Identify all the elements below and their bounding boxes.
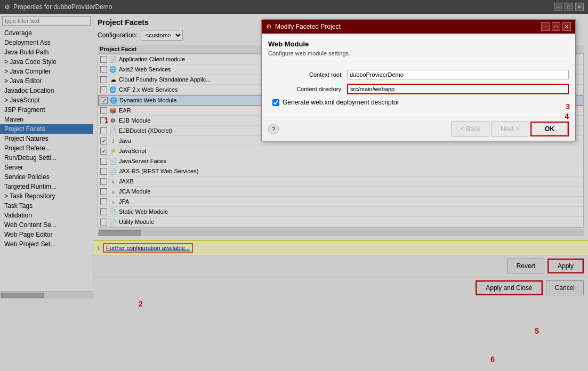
generate-xml-row: Generate web.xml deployment descriptor <box>268 99 569 106</box>
dialog-footer: ? < Back Next > OK <box>262 117 575 141</box>
next-button[interactable]: Next > <box>492 122 528 136</box>
dialog-subtitle: Configure web module settings. <box>268 50 569 61</box>
dialog-section-title: Web Module <box>268 40 569 48</box>
dialog-maximize-button[interactable]: □ <box>552 22 560 31</box>
dialog-title-text: Modify Faceted Project <box>275 23 341 30</box>
back-button[interactable]: < Back <box>452 122 489 136</box>
ok-button[interactable]: OK <box>531 123 568 135</box>
generate-xml-label: Generate web.xml deployment descriptor <box>283 99 399 106</box>
generate-xml-checkbox[interactable] <box>272 99 279 106</box>
help-button[interactable]: ? <box>268 124 279 134</box>
context-root-row: Context root: <box>268 70 569 79</box>
dialog-minimize-button[interactable]: — <box>541 22 550 31</box>
content-dir-row: Content directory: <box>268 84 569 94</box>
content-dir-input[interactable] <box>347 84 569 94</box>
content-dir-label: Content directory: <box>268 86 343 92</box>
dialog-content: Web Module Configure web module settings… <box>262 34 575 117</box>
modify-faceted-dialog: ⚙ Modify Faceted Project — □ ✕ Web Modul… <box>261 19 576 141</box>
dialog-title-icon: ⚙ <box>266 23 272 30</box>
ok-btn-wrapper: OK <box>530 122 569 136</box>
context-root-input[interactable] <box>347 70 569 79</box>
annotation-2: 2 <box>139 300 143 308</box>
main-window: ⚙ Properties for dubboProviderDemo — □ ✕… <box>0 0 588 371</box>
annotation-4: 4 <box>565 112 569 120</box>
context-root-label: Context root: <box>268 71 343 78</box>
annotation-3: 3 <box>566 102 570 111</box>
dialog-close-button[interactable]: ✕ <box>562 22 571 31</box>
dialog-title-bar: ⚙ Modify Faceted Project — □ ✕ <box>262 20 575 34</box>
